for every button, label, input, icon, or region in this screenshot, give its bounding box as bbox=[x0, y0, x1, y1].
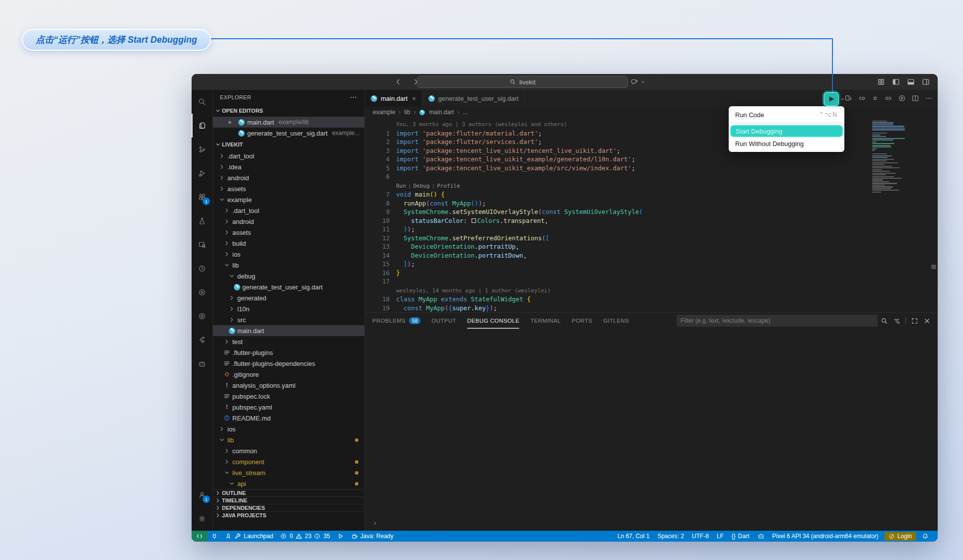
tree-item-api[interactable]: api bbox=[213, 478, 364, 489]
code-editor[interactable]: You, 3 months ago | 3 authors (wesleylei… bbox=[365, 118, 938, 312]
activity-item-search[interactable] bbox=[192, 90, 212, 114]
status-item-ln-67-col-1[interactable]: Ln 67, Col 1 bbox=[614, 531, 654, 542]
activity-item-copilot[interactable] bbox=[192, 352, 212, 376]
project-section-header[interactable]: LIVEKIT bbox=[213, 139, 364, 150]
tree-item-.gitignore[interactable]: .gitignore bbox=[213, 369, 364, 380]
login-badge[interactable]: Login bbox=[885, 532, 916, 541]
activity-item-explorer[interactable] bbox=[192, 114, 212, 138]
tree-item-test[interactable]: test bbox=[213, 336, 364, 347]
status-item-launchpad[interactable]: Launchpad bbox=[221, 531, 276, 542]
panel-tab-output[interactable]: OUTPUT bbox=[431, 313, 456, 329]
status-item-pixel-6-api-34-android-a[interactable]: Pixel 6 API 34 (android-arm64 emulator) bbox=[768, 531, 883, 542]
activity-item-source-control[interactable] bbox=[192, 138, 212, 161]
activity-item-accounts[interactable]: 1 bbox=[192, 483, 212, 507]
command-center-search[interactable]: livekit bbox=[417, 76, 628, 88]
scrollbar-thumb[interactable] bbox=[931, 265, 936, 269]
activity-item-extensions[interactable]: 1 bbox=[192, 185, 212, 209]
grid-icon[interactable] bbox=[877, 78, 885, 86]
panel-tab-terminal[interactable]: TERMINAL bbox=[530, 313, 560, 329]
status-item-utf-8[interactable]: UTF-8 bbox=[688, 531, 713, 542]
clear-filter-icon[interactable] bbox=[893, 317, 900, 325]
tree-item-pubspec.lock[interactable]: pubspec.lock bbox=[213, 391, 364, 402]
remote-indicator[interactable] bbox=[192, 531, 207, 542]
tree-item-generated[interactable]: generated bbox=[213, 292, 364, 303]
tree-item-assets[interactable]: assets bbox=[213, 227, 364, 238]
tree-item-assets[interactable]: assets bbox=[213, 183, 364, 194]
tree-item-debug[interactable]: debug bbox=[213, 271, 364, 281]
next-change-icon[interactable] bbox=[885, 94, 893, 102]
tree-item-example[interactable]: example bbox=[213, 194, 364, 205]
activity-item-testing[interactable] bbox=[192, 209, 212, 233]
minimap[interactable] bbox=[872, 121, 907, 193]
tree-item-common[interactable]: common bbox=[213, 445, 364, 456]
tree-item-component[interactable]: component bbox=[213, 456, 364, 467]
activity-item-search-editor[interactable] bbox=[192, 233, 212, 257]
close-editor-icon[interactable]: × bbox=[228, 119, 236, 126]
tree-item-live_stream[interactable]: live_stream bbox=[213, 467, 364, 478]
run-dropdown-chevron-icon[interactable] bbox=[840, 95, 845, 104]
merge-circle-icon[interactable] bbox=[871, 94, 879, 102]
breadcrumb-item[interactable]: main.dart bbox=[429, 109, 454, 116]
tree-item-analysis_options.yaml[interactable]: !analysis_options.yaml bbox=[213, 380, 364, 391]
tab-close-icon[interactable]: × bbox=[412, 95, 416, 102]
close-panel-icon[interactable] bbox=[923, 317, 931, 325]
pr-action-button[interactable] bbox=[630, 74, 646, 90]
activity-item-live-share[interactable] bbox=[192, 304, 212, 328]
open-editor-item[interactable]: generate_test_user_sig.dartexample... bbox=[213, 128, 364, 139]
tree-item-.idea[interactable]: .idea bbox=[213, 161, 364, 172]
breadcrumb-item[interactable]: example bbox=[373, 109, 395, 116]
menu-item-run-without-debugging[interactable]: Run Without Debugging bbox=[729, 138, 844, 149]
open-editor-item[interactable]: ×main.dartexample/lib bbox=[213, 117, 364, 128]
tree-item-lib[interactable]: lib bbox=[213, 260, 364, 271]
layout-left-icon[interactable] bbox=[892, 78, 900, 86]
layout-bottom-icon[interactable] bbox=[907, 78, 915, 86]
activity-item-run-debug[interactable] bbox=[192, 161, 212, 185]
tree-item-android[interactable]: android bbox=[213, 216, 364, 227]
magnifier-sm-icon[interactable] bbox=[881, 317, 888, 325]
codelens-link[interactable]: Debug bbox=[413, 183, 430, 189]
status-item-spaces-2[interactable]: Spaces: 2 bbox=[653, 531, 688, 542]
section-timeline[interactable]: TIMELINE bbox=[213, 496, 364, 504]
status-item-lf[interactable]: LF bbox=[713, 531, 728, 542]
run-circle-icon[interactable] bbox=[898, 94, 906, 102]
editor-tab-main.dart[interactable]: main.dart× bbox=[365, 90, 422, 107]
more-actions-icon[interactable] bbox=[349, 93, 357, 101]
split-editor-icon[interactable] bbox=[911, 94, 919, 102]
open-editors-section-header[interactable]: OPEN EDITORS bbox=[213, 105, 364, 117]
panel-tab-gitlens[interactable]: GITLENS bbox=[603, 313, 629, 329]
tree-item-.dart_tool[interactable]: .dart_tool bbox=[213, 205, 364, 216]
tree-item-android[interactable]: android bbox=[213, 172, 364, 183]
status-item-plug[interactable] bbox=[207, 531, 221, 542]
tree-item-main.dart[interactable]: main.dart bbox=[213, 325, 364, 336]
status-item-robot[interactable] bbox=[754, 531, 768, 542]
tree-item-src[interactable]: src bbox=[213, 314, 364, 325]
tree-item-generate_test_user_sig.dart[interactable]: generate_test_user_sig.dart bbox=[213, 281, 364, 292]
filter-input[interactable] bbox=[677, 315, 878, 327]
activity-item-history[interactable] bbox=[192, 257, 212, 280]
menu-item-run-code[interactable]: Run Code⌃⌥N bbox=[729, 109, 844, 121]
breadcrumb-item[interactable]: lib bbox=[404, 109, 410, 116]
section-outline[interactable]: OUTLINE bbox=[213, 489, 364, 496]
tree-item-.flutter-plugins-dependencies[interactable]: .flutter-plugins-dependencies bbox=[213, 358, 364, 369]
breadcrumb-item[interactable]: ... bbox=[463, 109, 468, 116]
console-input[interactable]: › bbox=[365, 518, 938, 531]
layout-right-icon[interactable] bbox=[922, 78, 930, 86]
activity-item-flutter[interactable] bbox=[192, 328, 212, 352]
tree-item-l10n[interactable]: l10n bbox=[213, 303, 364, 314]
run-button[interactable] bbox=[824, 92, 839, 106]
panel-tab-ports[interactable]: PORTS bbox=[572, 313, 592, 329]
tree-item-README.md[interactable]: README.md bbox=[213, 413, 364, 423]
status-problems[interactable]: 02335 bbox=[276, 531, 333, 542]
status-item-java-ready[interactable]: Java: Ready bbox=[347, 531, 397, 542]
section-dependencies[interactable]: DEPENDENCIES bbox=[213, 504, 364, 511]
tree-item-pubspec.yaml[interactable]: !pubspec.yaml bbox=[213, 402, 364, 413]
tree-item-ios[interactable]: ios bbox=[213, 423, 364, 434]
activity-item-run-circle[interactable] bbox=[192, 280, 212, 304]
more-icon[interactable] bbox=[925, 94, 933, 102]
tree-item-.flutter-plugins[interactable]: .flutter-plugins bbox=[213, 347, 364, 358]
section-java-projects[interactable]: JAVA PROJECTS bbox=[213, 511, 364, 519]
panel-tab-debug-console[interactable]: DEBUG CONSOLE bbox=[467, 313, 520, 329]
tree-item-ios[interactable]: ios bbox=[213, 249, 364, 260]
status-item-debug-play[interactable] bbox=[334, 531, 347, 542]
compare-icon[interactable] bbox=[844, 94, 852, 102]
